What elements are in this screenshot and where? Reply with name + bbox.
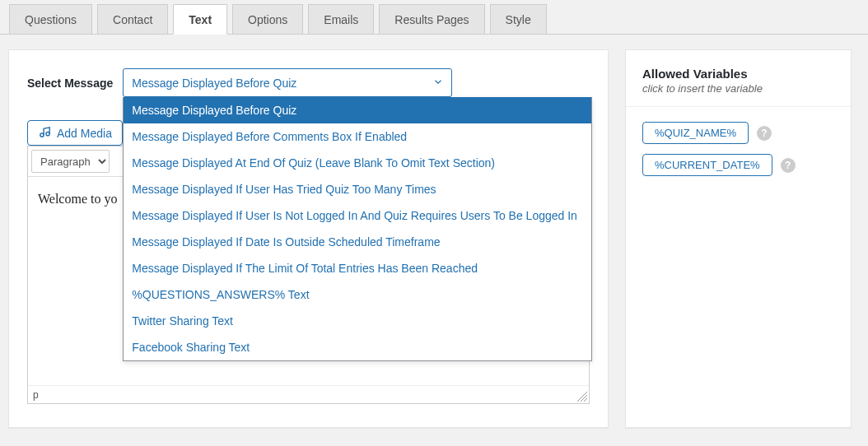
editor-element-path: p xyxy=(33,389,39,401)
dropdown-option[interactable]: Message Displayed At End Of Quiz (Leave … xyxy=(124,150,591,176)
allowed-variables-subtitle: click to insert the variable xyxy=(642,82,834,95)
tab-results-pages[interactable]: Results Pages xyxy=(379,4,484,35)
select-message-label: Select Message xyxy=(27,77,113,90)
select-message-selected: Message Displayed Before Quiz xyxy=(132,77,296,90)
allowed-variables-panel: Allowed Variables click to insert the va… xyxy=(625,49,852,428)
variable-current-date-button[interactable]: %CURRENT_DATE% xyxy=(642,154,772,176)
help-icon[interactable]: ? xyxy=(781,158,796,173)
dropdown-option[interactable]: Message Displayed If User Is Not Logged … xyxy=(124,202,591,229)
dropdown-option[interactable]: Twitter Sharing Text xyxy=(124,308,591,334)
dropdown-option[interactable]: Message Displayed If The Limit Of Total … xyxy=(124,255,591,281)
select-message-dropdown[interactable]: Message Displayed Before Quiz xyxy=(123,68,452,97)
tab-text[interactable]: Text xyxy=(173,4,227,35)
dropdown-option[interactable]: %QUESTIONS_ANSWERS% Text xyxy=(124,281,591,308)
format-select[interactable]: Paragraph xyxy=(31,150,110,173)
chevron-down-icon xyxy=(432,76,444,90)
tab-emails[interactable]: Emails xyxy=(308,4,374,35)
dropdown-option[interactable]: Facebook Sharing Text xyxy=(124,334,591,360)
editor-status-bar: p xyxy=(28,385,589,403)
variable-quiz-name-button[interactable]: %QUIZ_NAME% xyxy=(642,122,749,144)
allowed-variables-title: Allowed Variables xyxy=(642,67,834,81)
main-tab-bar: Questions Contact Text Options Emails Re… xyxy=(0,0,868,35)
select-message-options: Message Displayed Before Quiz Message Di… xyxy=(123,97,592,361)
tab-options[interactable]: Options xyxy=(232,4,303,35)
resize-grip-icon[interactable] xyxy=(577,392,587,402)
text-editor-panel: Select Message Message Displayed Before … xyxy=(8,49,609,428)
dropdown-option[interactable]: Message Displayed Before Quiz xyxy=(124,97,591,123)
dropdown-option[interactable]: Message Displayed If User Has Tried Quiz… xyxy=(124,176,591,202)
tab-style[interactable]: Style xyxy=(490,4,547,35)
divider xyxy=(626,106,851,107)
add-media-button[interactable]: Add Media xyxy=(27,120,123,146)
add-media-label: Add Media xyxy=(57,128,112,139)
tab-contact[interactable]: Contact xyxy=(97,4,168,35)
music-note-icon xyxy=(38,125,52,141)
dropdown-option[interactable]: Message Displayed If Date Is Outside Sch… xyxy=(124,229,591,255)
tab-questions[interactable]: Questions xyxy=(9,4,92,35)
variable-row: %CURRENT_DATE% ? xyxy=(642,154,834,176)
dropdown-option[interactable]: Message Displayed Before Comments Box If… xyxy=(124,123,591,150)
help-icon[interactable]: ? xyxy=(757,126,772,141)
variable-row: %QUIZ_NAME% ? xyxy=(642,122,834,144)
